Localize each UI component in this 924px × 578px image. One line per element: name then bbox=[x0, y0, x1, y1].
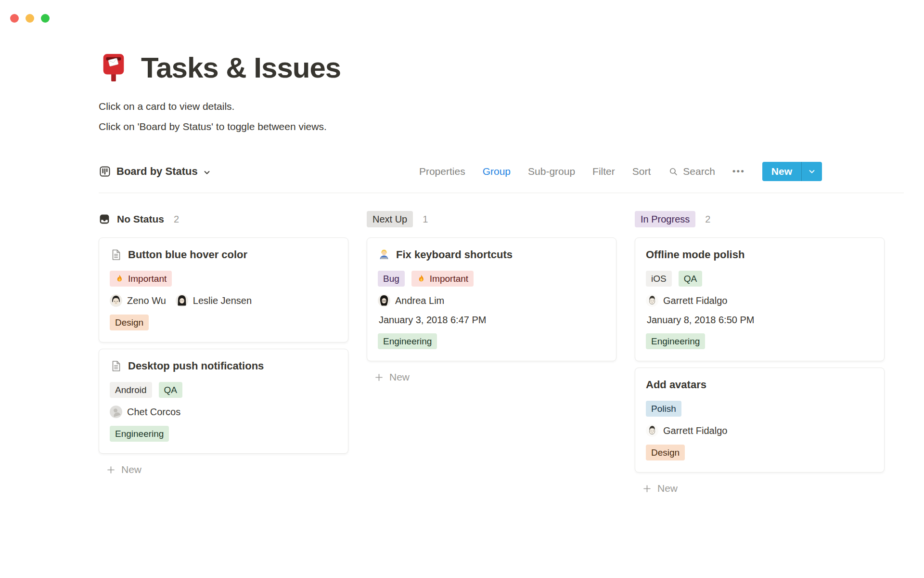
board-icon bbox=[99, 165, 111, 178]
assignee-name: Zeno Wu bbox=[127, 295, 166, 306]
card-people-row: Andrea Lim bbox=[378, 294, 605, 307]
tag-label: Bug bbox=[383, 274, 399, 283]
card-date: January 8, 2018 6:50 PM bbox=[646, 315, 873, 326]
column-header-next-up[interactable]: Next Up 1 bbox=[367, 210, 616, 228]
column-count: 2 bbox=[174, 214, 179, 225]
tag-design: Design bbox=[646, 445, 685, 460]
card-people-row: Chet Corcos bbox=[110, 406, 337, 418]
assignee-name: Andrea Lim bbox=[395, 295, 444, 306]
avatar-andrea bbox=[378, 294, 390, 307]
new-button[interactable]: New bbox=[762, 162, 801, 181]
column-count: 2 bbox=[705, 214, 710, 225]
card-tags-row: Design bbox=[110, 315, 337, 330]
card-people-row: Zeno WuLeslie Jensen bbox=[110, 294, 337, 307]
document-icon bbox=[110, 249, 122, 261]
card-tags-row: iOSQA bbox=[646, 271, 873, 287]
card-tags-row: BugImportant bbox=[378, 271, 605, 287]
new-card-label: New bbox=[389, 371, 410, 383]
toolbar-item-group[interactable]: Group bbox=[483, 166, 511, 177]
column-in-progress: In Progress 2 Offline mode polish iOSQAG… bbox=[635, 210, 885, 498]
card-title: Desktop push notifications bbox=[128, 359, 264, 373]
new-card-button-in-progress[interactable]: New bbox=[635, 479, 885, 498]
card-offline-mode-polish[interactable]: Offline mode polish iOSQAGarrett Fidalgo… bbox=[635, 237, 885, 361]
card-people-row: Garrett Fidalgo bbox=[646, 294, 873, 307]
card-desktop-push-notifications[interactable]: Desktop push notifications AndroidQAChet… bbox=[99, 349, 348, 454]
assignee-garrett-fidalgo: Garrett Fidalgo bbox=[646, 294, 727, 307]
card-title-row: Add avatars bbox=[646, 378, 873, 392]
toolbar-item-sub-group[interactable]: Sub-group bbox=[528, 166, 575, 177]
notion-page: Tasks & Issues Click on a card to view d… bbox=[99, 0, 904, 498]
tag-label: Important bbox=[128, 274, 167, 283]
column-status-badge: In Progress bbox=[635, 211, 695, 227]
tag-important: Important bbox=[110, 271, 172, 287]
postbox-emoji bbox=[99, 53, 128, 83]
toolbar-item-properties[interactable]: Properties bbox=[419, 166, 465, 177]
card-tags-row: Engineering bbox=[378, 333, 605, 349]
column-header-in-progress[interactable]: In Progress 2 bbox=[635, 210, 885, 228]
column-status-badge: Next Up bbox=[367, 211, 413, 227]
tag-android: Android bbox=[110, 382, 152, 398]
card-tags-row: Design bbox=[646, 445, 873, 460]
new-card-button-next-up[interactable]: New bbox=[367, 368, 616, 387]
tag-qa: QA bbox=[679, 271, 702, 287]
assignee-chet-corcos: Chet Corcos bbox=[110, 406, 180, 418]
assignee-leslie-jensen: Leslie Jensen bbox=[176, 294, 252, 307]
toolbar-item-sort[interactable]: Sort bbox=[632, 166, 651, 177]
tag-label: Design bbox=[115, 318, 143, 327]
card-fix-keyboard-shortcuts[interactable]: Fix keyboard shortcuts BugImportantAndre… bbox=[367, 237, 616, 361]
card-title: Add avatars bbox=[646, 378, 706, 392]
search-button[interactable]: Search bbox=[668, 166, 715, 177]
new-card-label: New bbox=[121, 464, 141, 475]
minimize-button[interactable] bbox=[26, 14, 34, 23]
view-toolbar: Board by Status PropertiesGroupSub-group… bbox=[99, 161, 904, 182]
tag-engineering: Engineering bbox=[110, 426, 169, 442]
plus-icon bbox=[106, 465, 116, 474]
column-count: 1 bbox=[423, 214, 428, 225]
assignee-garrett-fidalgo: Garrett Fidalgo bbox=[646, 424, 727, 437]
card-button-blue-hover-color[interactable]: Button blue hover color ImportantZeno Wu… bbox=[99, 237, 348, 342]
card-title: Fix keyboard shortcuts bbox=[396, 248, 513, 262]
search-icon bbox=[668, 166, 679, 177]
kanban-board: No Status 2 Button blue hover color Impo… bbox=[99, 210, 904, 498]
window-controls bbox=[10, 14, 50, 23]
tag-label: Important bbox=[430, 274, 468, 283]
tag-label: Engineering bbox=[115, 429, 164, 438]
tag-label: QA bbox=[164, 385, 177, 394]
column-title: No Status bbox=[117, 213, 164, 225]
card-add-avatars[interactable]: Add avatars PolishGarrett FidalgoDesign bbox=[635, 368, 885, 473]
new-card-button-no-status[interactable]: New bbox=[99, 460, 348, 479]
new-dropdown-button[interactable] bbox=[802, 162, 822, 181]
more-options-button[interactable]: ••• bbox=[732, 166, 745, 177]
avatar-garrett bbox=[646, 294, 658, 307]
card-title: Offline mode polish bbox=[646, 248, 744, 262]
card-tags-row: Engineering bbox=[110, 426, 337, 442]
plus-icon bbox=[642, 484, 652, 493]
assignee-name: Chet Corcos bbox=[127, 407, 180, 418]
card-tags-row: Important bbox=[110, 271, 337, 287]
tag-engineering: Engineering bbox=[378, 333, 437, 349]
assignee-name: Garrett Fidalgo bbox=[663, 425, 727, 436]
card-title: Button blue hover color bbox=[128, 248, 247, 262]
zoom-button[interactable] bbox=[41, 14, 50, 23]
tag-label: Design bbox=[651, 448, 680, 457]
page-title: Tasks & Issues bbox=[141, 50, 341, 86]
technologist-emoji bbox=[378, 249, 390, 261]
inbox-icon bbox=[99, 213, 110, 225]
tag-label: iOS bbox=[651, 274, 667, 283]
tag-bug: Bug bbox=[378, 271, 405, 287]
tag-label: QA bbox=[684, 274, 697, 283]
fire-icon bbox=[115, 274, 124, 283]
avatar-zeno bbox=[110, 294, 122, 307]
assignee-name: Garrett Fidalgo bbox=[663, 295, 727, 306]
column-header-no-status[interactable]: No Status 2 bbox=[99, 210, 348, 228]
tag-label: Engineering bbox=[383, 337, 432, 346]
toolbar-item-filter[interactable]: Filter bbox=[592, 166, 615, 177]
tag-important: Important bbox=[411, 271, 474, 287]
card-title-row: Desktop push notifications bbox=[110, 359, 337, 373]
close-button[interactable] bbox=[10, 14, 19, 23]
view-switcher[interactable]: Board by Status bbox=[99, 165, 211, 178]
new-card-label: New bbox=[657, 483, 678, 494]
page-description-line-1: Click on a card to view details. bbox=[99, 96, 904, 117]
toolbar-menu: PropertiesGroupSub-groupFilterSort Searc… bbox=[419, 162, 822, 181]
chevron-down-icon bbox=[203, 169, 211, 176]
